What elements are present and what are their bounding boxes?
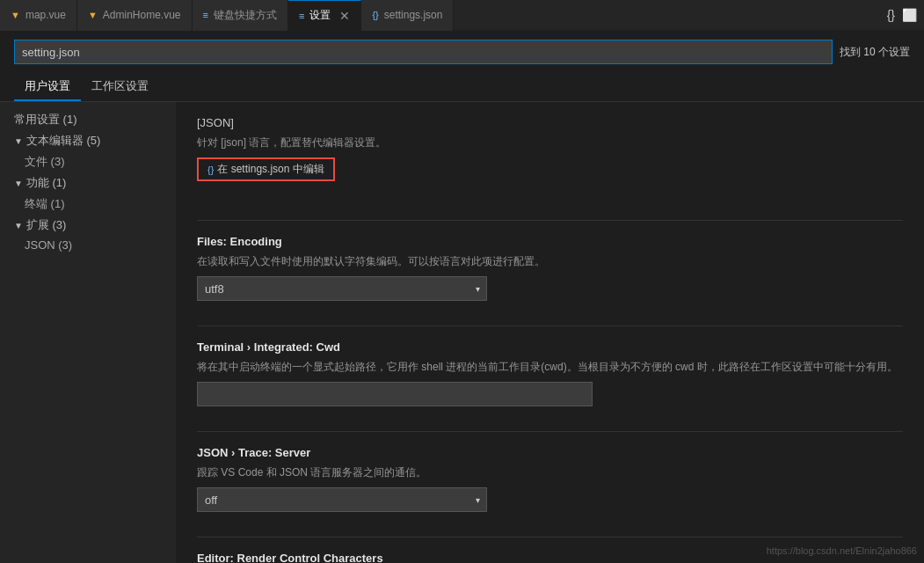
json-trace-desc: 跟踪 VS Code 和 JSON 语言服务器之间的通信。 <box>197 464 903 480</box>
tab-bar-actions: {} ⬜ <box>887 8 924 22</box>
json-trace-dropdown[interactable]: off messages verbose <box>197 487 487 512</box>
section-terminal-cwd: Terminal › Integrated: Cwd 将在其中启动终端的一个显式… <box>197 340 903 406</box>
tab-icon-settings-json: {} <box>372 10 378 20</box>
section-json: [JSON] 针对 [json] 语言，配置替代编辑器设置。 {} 在 sett… <box>197 116 903 195</box>
search-bar: 找到 10 个设置 <box>0 31 924 73</box>
layout-icon[interactable]: ⬜ <box>902 8 917 22</box>
divider-1 <box>197 220 903 221</box>
tab-user-settings[interactable]: 用户设置 <box>14 73 81 101</box>
tab-bar: ▼ map.vue ▼ AdminHome.vue ≡ 键盘快捷方式 ≡ 设置 … <box>0 0 924 31</box>
tab-settings[interactable]: ≡ 设置 ✕ <box>288 0 361 31</box>
json-section-tag: [JSON] <box>197 116 903 129</box>
tab-label-keyboard: 键盘快捷方式 <box>214 8 277 23</box>
arrow-text-editor: ▼ <box>14 136 23 146</box>
tab-icon-keyboard: ≡ <box>203 10 208 20</box>
tab-icon-admin-home: ▼ <box>88 10 98 20</box>
terminal-cwd-desc: 将在其中启动终端的一个显式起始路径，它用作 shell 进程的当前工作目录(cw… <box>197 359 903 375</box>
settings-content: [JSON] 针对 [json] 语言，配置替代编辑器设置。 {} 在 sett… <box>176 102 924 563</box>
files-encoding-dropdown[interactable]: utf8 utf8bom gbk gb2312 big5 <box>197 276 487 301</box>
json-trace-title: JSON › Trace: Server <box>197 446 903 459</box>
arrow-features: ▼ <box>14 179 23 188</box>
terminal-cwd-title: Terminal › Integrated: Cwd <box>197 340 903 354</box>
content-wrapper: 用户设置 工作区设置 常用设置 (1) ▼文本编辑器 (5) 文件 (3) ▼功… <box>0 73 924 563</box>
search-result: 找到 10 个设置 <box>840 45 910 60</box>
sidebar-item-common[interactable]: 常用设置 (1) <box>0 109 176 130</box>
section-files-encoding: Files: Encoding 在读取和写入文件时使用的默认字符集编码。可以按语… <box>197 235 903 301</box>
divider-3 <box>197 431 903 432</box>
sidebar-item-text-editor[interactable]: ▼文本编辑器 (5) <box>0 130 176 151</box>
edit-in-settings-json-button[interactable]: {} 在 settings.json 中编辑 <box>197 157 335 181</box>
search-input[interactable] <box>14 40 833 64</box>
settings-sidebar: 常用设置 (1) ▼文本编辑器 (5) 文件 (3) ▼功能 (1) 终端 (1… <box>0 102 176 563</box>
sidebar-item-features[interactable]: ▼功能 (1) <box>0 172 176 194</box>
section-json-trace: JSON › Trace: Server 跟踪 VS Code 和 JSON 语… <box>197 446 903 512</box>
files-encoding-dropdown-wrapper: utf8 utf8bom gbk gb2312 big5 ▾ <box>197 276 487 301</box>
tab-close-settings[interactable]: ✕ <box>339 9 350 23</box>
divider-2 <box>197 325 903 326</box>
json-trace-dropdown-wrapper: off messages verbose ▾ <box>197 487 487 512</box>
arrow-extensions: ▼ <box>14 221 23 230</box>
tab-map-vue[interactable]: ▼ map.vue <box>0 0 77 31</box>
sidebar-item-extensions[interactable]: ▼扩展 (3) <box>0 215 176 236</box>
tab-label-admin-home: AdminHome.vue <box>103 9 181 21</box>
watermark: https://blog.csdn.net/Elnin2jaho866 <box>767 545 917 556</box>
tab-icon-map-vue: ▼ <box>11 10 20 20</box>
terminal-cwd-input[interactable] <box>197 382 593 406</box>
tab-keyboard-shortcuts[interactable]: ≡ 键盘快捷方式 <box>193 0 288 31</box>
main-layout: 常用设置 (1) ▼文本编辑器 (5) 文件 (3) ▼功能 (1) 终端 (1… <box>0 102 924 563</box>
sidebar-item-files[interactable]: 文件 (3) <box>0 151 176 172</box>
tab-admin-home-vue[interactable]: ▼ AdminHome.vue <box>77 0 193 31</box>
tab-label-settings: 设置 <box>309 8 331 23</box>
split-editor-icon[interactable]: {} <box>887 8 895 22</box>
settings-tabs-bar: 用户设置 工作区设置 <box>0 73 924 102</box>
files-encoding-title: Files: Encoding <box>197 235 903 248</box>
tab-workspace-settings[interactable]: 工作区设置 <box>81 73 159 101</box>
sidebar-item-json[interactable]: JSON (3) <box>0 236 176 254</box>
tab-label-settings-json: settings.json <box>384 9 443 21</box>
json-section-desc: 针对 [json] 语言，配置替代编辑器设置。 <box>197 135 903 150</box>
files-encoding-desc: 在读取和写入文件时使用的默认字符集编码。可以按语言对此项进行配置。 <box>197 253 903 269</box>
edit-btn-icon: {} <box>207 165 214 175</box>
sidebar-item-terminal[interactable]: 终端 (1) <box>0 194 176 215</box>
tab-settings-json[interactable]: {} settings.json <box>361 0 454 31</box>
edit-btn-label: 在 settings.json 中编辑 <box>217 162 324 177</box>
tab-icon-settings: ≡ <box>299 11 304 21</box>
divider-4 <box>197 537 903 537</box>
tab-label-map-vue: map.vue <box>25 9 66 21</box>
